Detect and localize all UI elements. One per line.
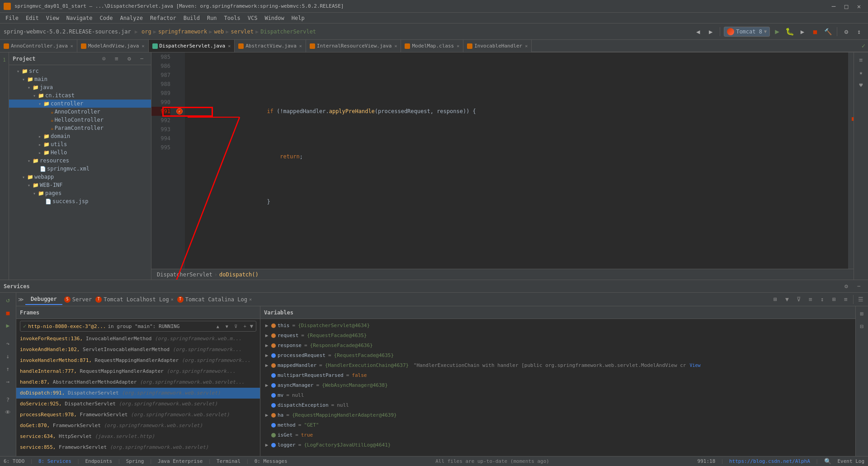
expand-icon[interactable]: ▶: [264, 441, 269, 449]
project-collapse-button[interactable]: −: [137, 53, 147, 64]
tab-modelmap[interactable]: ModelMap.class ✕: [401, 40, 463, 52]
sort-icon[interactable]: ↕: [817, 294, 828, 305]
tree-item-main[interactable]: ▾ 📁 main: [9, 75, 151, 83]
frame-item-selected[interactable]: doDispatch:991, DispatcherServlet (org.s…: [16, 388, 260, 399]
menu-refactor[interactable]: Refactor: [146, 14, 180, 22]
status-services[interactable]: 8: Services: [38, 458, 71, 464]
expand-icon[interactable]: ▶: [264, 361, 269, 370]
var-item-request[interactable]: ▶ request = {RequestFacade@4635}: [260, 331, 855, 341]
close-tab-abstractview[interactable]: ✕: [299, 43, 302, 48]
status-terminal[interactable]: Terminal: [217, 458, 241, 464]
var-item-logger[interactable]: ▶ logger = {LogFactory$JavaUtilLog@4641}: [260, 440, 855, 450]
debug-button[interactable]: 🐛: [784, 26, 795, 37]
close-tab-internalresourceview[interactable]: ✕: [394, 43, 397, 48]
settings-btn2[interactable]: ☰: [855, 294, 866, 305]
close-tab-invocablehandler[interactable]: ✕: [525, 43, 528, 48]
var-item-processedrequest[interactable]: ▶ processedRequest = {RequestFacade@4635…: [260, 351, 855, 361]
tab-abstractview[interactable]: AbstractView.java ✕: [235, 40, 306, 52]
tree-item-cn-itcast[interactable]: ▾ 📁 cn.itcast: [9, 91, 151, 100]
expand-icon[interactable]: ▶: [264, 381, 269, 390]
close-tab-tomcat-catalina[interactable]: ✕: [249, 297, 252, 302]
pin-frames-button[interactable]: +: [241, 322, 249, 330]
run-to-cursor-button[interactable]: →: [3, 376, 14, 387]
frame-item[interactable]: service:634, HttpServlet (javax.servlet.…: [16, 431, 260, 442]
tree-item-pages[interactable]: ▾ 📁 pages: [9, 189, 151, 197]
expand-icon[interactable]: ▶: [264, 411, 269, 419]
tab-internalresourceview[interactable]: InternalResourceView.java ✕: [306, 40, 401, 52]
bookmarks-icon[interactable]: ★: [856, 67, 867, 78]
menu-analyze[interactable]: Analyze: [116, 14, 146, 22]
collapse-all-icon[interactable]: ⊟: [857, 321, 868, 332]
more-icon[interactable]: ≡: [840, 294, 851, 305]
close-tab-dispatcherservlet[interactable]: ✕: [228, 43, 231, 48]
chevron-down-icon[interactable]: ▼: [250, 323, 253, 329]
tab-tomcat-localhost-log[interactable]: T Tomcat Localhost Log ✕: [94, 295, 175, 304]
menu-edit[interactable]: Edit: [22, 14, 42, 22]
build-button[interactable]: 🔨: [822, 26, 833, 37]
var-item-asyncmanager[interactable]: ▶ asyncManager = {WebAsyncManager@4638}: [260, 380, 855, 390]
tab-dispatcherservlet[interactable]: DispatcherServlet.java ✕: [149, 40, 235, 52]
watch-button[interactable]: 👁: [3, 407, 14, 418]
minimize-button[interactable]: ─: [828, 1, 839, 12]
run-button[interactable]: ▶: [772, 26, 783, 37]
filter-icon[interactable]: ⊽: [793, 294, 804, 305]
thread-up-button[interactable]: ▲: [214, 322, 222, 330]
tab-invocablehandler[interactable]: InvocableHandler ✕: [463, 40, 532, 52]
git-button[interactable]: ↕: [854, 26, 864, 37]
tab-menu-button[interactable]: ≫: [16, 296, 25, 303]
rerun-button[interactable]: ↺: [3, 295, 14, 305]
menu-vcs[interactable]: VCS: [244, 14, 261, 22]
expand-all-icon[interactable]: ⊞: [857, 308, 868, 319]
structure-icon[interactable]: ≡: [856, 54, 867, 65]
step-over-button[interactable]: ↷: [3, 338, 14, 349]
frame-item[interactable]: invokeForRequest:136, InvocableHandlerMe…: [16, 333, 260, 344]
run-with-coverage-button[interactable]: ▶: [797, 26, 808, 37]
code-area[interactable]: if (!mappedHandler.applyPreHandle(proces…: [185, 52, 848, 269]
close-tab-modelandview[interactable]: ✕: [142, 43, 144, 48]
services-settings-button[interactable]: ⚙: [841, 281, 852, 292]
status-java-enterprise[interactable]: Java Enterprise: [158, 458, 203, 464]
tree-item-src[interactable]: ▾ 📁 src: [9, 67, 151, 75]
status-messages[interactable]: 0: Messages: [255, 458, 288, 464]
expand-icon[interactable]: ▶: [264, 332, 269, 340]
var-item-mv[interactable]: mv = null: [260, 390, 855, 400]
frame-item[interactable]: doGet:870, FrameworkServlet (org.springf…: [16, 420, 260, 431]
var-item-ha[interactable]: ▶ ha = {RequestMappingHandlerAdapter@463…: [260, 410, 855, 420]
project-gear-icon[interactable]: ⚙: [124, 53, 135, 64]
run-config-selector[interactable]: Tomcat 8 ▼: [724, 27, 770, 37]
menu-window[interactable]: Window: [261, 14, 288, 22]
tab-modelandview[interactable]: ModelAndView.java ✕: [77, 40, 149, 52]
var-item-method[interactable]: method = "GET": [260, 420, 855, 430]
menu-build[interactable]: Build: [180, 14, 203, 22]
frame-item[interactable]: service:855, FrameworkServlet (org.sprin…: [16, 442, 260, 453]
thread-selector[interactable]: ✓ http-nio-8080-exec-3"@2... in group "m…: [20, 321, 256, 332]
status-todo[interactable]: 6: TODO: [4, 458, 24, 464]
var-item-mappedhandler[interactable]: ▶ mappedHandler = {HandlerExecutionChain…: [260, 361, 855, 371]
breadcrumb-springframework[interactable]: springframework: [158, 29, 207, 35]
tree-item-web-inf[interactable]: ▾ 📁 WEB-INF: [9, 181, 151, 189]
project-settings-button[interactable]: ≡: [111, 53, 122, 64]
tab-debugger[interactable]: Debugger: [25, 294, 62, 305]
tree-item-annocontroller[interactable]: ☕ AnnoController: [9, 108, 151, 116]
status-endpoints[interactable]: Endpoints: [85, 458, 112, 464]
menu-file[interactable]: File: [2, 14, 22, 22]
tree-item-domain[interactable]: ▸ 📁 domain: [9, 132, 151, 140]
project-tab-icon[interactable]: 1: [0, 54, 10, 65]
step-into-button[interactable]: ↓: [3, 351, 14, 361]
tree-item-java[interactable]: ▾ 📁 java: [9, 83, 151, 91]
tree-item-webapp[interactable]: ▾ 📁 webapp: [9, 173, 151, 181]
tree-item-springmvc-xml[interactable]: 📄 springmvc.xml: [9, 165, 151, 173]
thread-down-button[interactable]: ▼: [223, 322, 231, 330]
menu-code[interactable]: Code: [96, 14, 117, 22]
var-item-isget[interactable]: isGet = true: [260, 430, 855, 440]
expand-icon[interactable]: ▶: [264, 342, 269, 350]
tab-annocontroller[interactable]: AnnoController.java ✕: [0, 40, 77, 52]
evaluate-button[interactable]: ?: [3, 394, 14, 405]
tab-server[interactable]: S Server: [62, 295, 94, 304]
table-icon[interactable]: ⊞: [829, 294, 840, 305]
menu-navigate[interactable]: Navigate: [63, 14, 96, 22]
frame-item[interactable]: processRequest:978, FrameworkServlet (or…: [16, 409, 260, 420]
menu-tools[interactable]: Tools: [221, 14, 244, 22]
forward-button[interactable]: ▶: [705, 26, 716, 37]
favorites-icon[interactable]: ♥: [856, 80, 867, 90]
